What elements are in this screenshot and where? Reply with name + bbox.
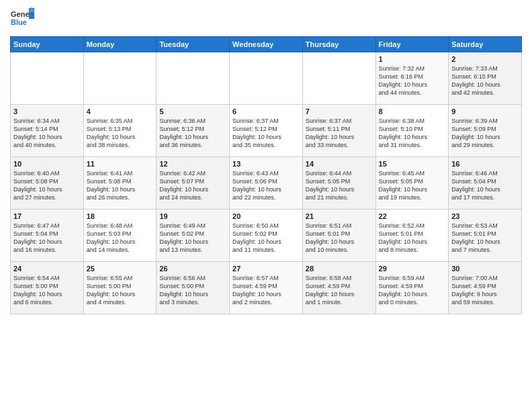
calendar-cell: 5Sunrise: 6:36 AM Sunset: 5:12 PM Daylig…: [157, 105, 230, 157]
day-info: Sunrise: 6:49 AM Sunset: 5:02 PM Dayligh…: [159, 222, 226, 255]
calendar-cell: 20Sunrise: 6:50 AM Sunset: 5:02 PM Dayli…: [230, 210, 303, 262]
calendar-cell: [302, 52, 375, 105]
day-number: 28: [306, 265, 373, 273]
day-number: 6: [232, 107, 300, 116]
day-number: 3: [13, 107, 81, 116]
day-info: Sunrise: 6:40 AM Sunset: 5:08 PM Dayligh…: [13, 169, 81, 202]
day-number: 20: [232, 212, 300, 220]
calendar-cell: 8Sunrise: 6:38 AM Sunset: 5:10 PM Daylig…: [375, 105, 449, 157]
calendar-week-row: 17Sunrise: 6:47 AM Sunset: 5:04 PM Dayli…: [11, 210, 522, 262]
weekday-header: Friday: [375, 37, 449, 52]
weekday-header: Tuesday: [157, 37, 230, 52]
day-number: 8: [379, 107, 446, 116]
day-info: Sunrise: 6:36 AM Sunset: 5:12 PM Dayligh…: [159, 117, 226, 150]
calendar-cell: 9Sunrise: 6:39 AM Sunset: 5:09 PM Daylig…: [449, 105, 522, 157]
calendar-cell: 21Sunrise: 6:51 AM Sunset: 5:01 PM Dayli…: [302, 210, 375, 262]
calendar-cell: 27Sunrise: 6:57 AM Sunset: 4:59 PM Dayli…: [230, 262, 303, 314]
day-number: 7: [306, 107, 373, 116]
calendar-week-row: 3Sunrise: 6:34 AM Sunset: 5:14 PM Daylig…: [11, 105, 522, 157]
day-info: Sunrise: 6:43 AM Sunset: 5:06 PM Dayligh…: [232, 169, 300, 202]
day-number: 21: [306, 212, 373, 220]
svg-text:Blue: Blue: [11, 18, 27, 26]
calendar-cell: 1Sunrise: 7:32 AM Sunset: 6:16 PM Daylig…: [375, 52, 449, 105]
day-info: Sunrise: 6:37 AM Sunset: 5:11 PM Dayligh…: [306, 117, 373, 150]
calendar-header-row: SundayMondayTuesdayWednesdayThursdayFrid…: [11, 37, 522, 52]
calendar-cell: 23Sunrise: 6:53 AM Sunset: 5:01 PM Dayli…: [449, 210, 522, 262]
day-number: 14: [306, 160, 373, 168]
calendar-cell: [83, 52, 157, 105]
day-info: Sunrise: 7:00 AM Sunset: 4:59 PM Dayligh…: [451, 274, 519, 307]
calendar-cell: 26Sunrise: 6:56 AM Sunset: 5:00 PM Dayli…: [157, 262, 230, 314]
header-area: General Blue: [10, 7, 522, 31]
day-info: Sunrise: 6:55 AM Sunset: 5:00 PM Dayligh…: [87, 274, 154, 307]
calendar-cell: 13Sunrise: 6:43 AM Sunset: 5:06 PM Dayli…: [230, 157, 303, 210]
day-number: 27: [232, 265, 300, 273]
calendar-cell: 4Sunrise: 6:35 AM Sunset: 5:13 PM Daylig…: [83, 105, 157, 157]
day-info: Sunrise: 6:50 AM Sunset: 5:02 PM Dayligh…: [232, 222, 300, 255]
day-number: 19: [159, 212, 226, 220]
day-number: 18: [87, 212, 154, 220]
day-info: Sunrise: 6:37 AM Sunset: 5:12 PM Dayligh…: [232, 117, 300, 150]
calendar-cell: 19Sunrise: 6:49 AM Sunset: 5:02 PM Dayli…: [157, 210, 230, 262]
day-info: Sunrise: 7:33 AM Sunset: 6:15 PM Dayligh…: [451, 64, 519, 97]
calendar-week-row: 1Sunrise: 7:32 AM Sunset: 6:16 PM Daylig…: [11, 52, 522, 105]
calendar-cell: [157, 52, 230, 105]
day-info: Sunrise: 6:57 AM Sunset: 4:59 PM Dayligh…: [232, 274, 300, 307]
calendar-cell: 30Sunrise: 7:00 AM Sunset: 4:59 PM Dayli…: [449, 262, 522, 314]
calendar-cell: 2Sunrise: 7:33 AM Sunset: 6:15 PM Daylig…: [449, 52, 522, 105]
calendar-cell: 29Sunrise: 6:59 AM Sunset: 4:59 PM Dayli…: [375, 262, 449, 314]
day-info: Sunrise: 7:32 AM Sunset: 6:16 PM Dayligh…: [379, 64, 446, 97]
day-info: Sunrise: 6:34 AM Sunset: 5:14 PM Dayligh…: [13, 117, 81, 150]
calendar-cell: 7Sunrise: 6:37 AM Sunset: 5:11 PM Daylig…: [302, 105, 375, 157]
calendar-cell: 16Sunrise: 6:46 AM Sunset: 5:04 PM Dayli…: [449, 157, 522, 210]
day-info: Sunrise: 6:35 AM Sunset: 5:13 PM Dayligh…: [87, 117, 154, 150]
day-info: Sunrise: 6:54 AM Sunset: 5:00 PM Dayligh…: [13, 274, 81, 307]
calendar-cell: 17Sunrise: 6:47 AM Sunset: 5:04 PM Dayli…: [11, 210, 84, 262]
day-info: Sunrise: 6:51 AM Sunset: 5:01 PM Dayligh…: [306, 222, 373, 255]
day-number: 2: [451, 55, 519, 63]
calendar-cell: 22Sunrise: 6:52 AM Sunset: 5:01 PM Dayli…: [375, 210, 449, 262]
day-number: 26: [159, 265, 226, 273]
calendar-cell: 6Sunrise: 6:37 AM Sunset: 5:12 PM Daylig…: [230, 105, 303, 157]
day-number: 16: [451, 160, 519, 168]
day-info: Sunrise: 6:45 AM Sunset: 5:05 PM Dayligh…: [379, 169, 446, 202]
day-number: 23: [451, 212, 519, 220]
calendar-cell: 14Sunrise: 6:44 AM Sunset: 5:05 PM Dayli…: [302, 157, 375, 210]
calendar-cell: 25Sunrise: 6:55 AM Sunset: 5:00 PM Dayli…: [83, 262, 157, 314]
day-number: 10: [13, 160, 81, 168]
day-number: 5: [159, 107, 226, 116]
day-info: Sunrise: 6:58 AM Sunset: 4:59 PM Dayligh…: [306, 274, 373, 307]
day-number: 24: [13, 265, 81, 273]
logo-icon: General Blue: [10, 7, 34, 31]
day-number: 30: [451, 265, 519, 273]
main-container: General Blue SundayMondayTuesdayWednesda…: [0, 0, 532, 318]
calendar-cell: [11, 52, 84, 105]
weekday-header: Saturday: [449, 37, 522, 52]
day-info: Sunrise: 6:42 AM Sunset: 5:07 PM Dayligh…: [159, 169, 226, 202]
calendar-cell: 24Sunrise: 6:54 AM Sunset: 5:00 PM Dayli…: [11, 262, 84, 314]
day-info: Sunrise: 6:41 AM Sunset: 5:08 PM Dayligh…: [87, 169, 154, 202]
day-number: 4: [87, 107, 154, 116]
calendar-table: SundayMondayTuesdayWednesdayThursdayFrid…: [10, 36, 522, 314]
day-number: 15: [379, 160, 446, 168]
calendar-cell: [230, 52, 303, 105]
day-number: 11: [87, 160, 154, 168]
day-info: Sunrise: 6:47 AM Sunset: 5:04 PM Dayligh…: [13, 222, 81, 255]
calendar-cell: 11Sunrise: 6:41 AM Sunset: 5:08 PM Dayli…: [83, 157, 157, 210]
calendar-cell: 15Sunrise: 6:45 AM Sunset: 5:05 PM Dayli…: [375, 157, 449, 210]
day-info: Sunrise: 6:39 AM Sunset: 5:09 PM Dayligh…: [451, 117, 519, 150]
logo: General Blue: [10, 7, 34, 31]
calendar-cell: 3Sunrise: 6:34 AM Sunset: 5:14 PM Daylig…: [11, 105, 84, 157]
calendar-cell: 10Sunrise: 6:40 AM Sunset: 5:08 PM Dayli…: [11, 157, 84, 210]
day-number: 12: [159, 160, 226, 168]
calendar-cell: 18Sunrise: 6:48 AM Sunset: 5:03 PM Dayli…: [83, 210, 157, 262]
day-info: Sunrise: 6:48 AM Sunset: 5:03 PM Dayligh…: [87, 222, 154, 255]
weekday-header: Sunday: [11, 37, 84, 52]
day-info: Sunrise: 6:59 AM Sunset: 4:59 PM Dayligh…: [379, 274, 446, 307]
day-number: 22: [379, 212, 446, 220]
day-number: 17: [13, 212, 81, 220]
day-info: Sunrise: 6:56 AM Sunset: 5:00 PM Dayligh…: [159, 274, 226, 307]
day-info: Sunrise: 6:44 AM Sunset: 5:05 PM Dayligh…: [306, 169, 373, 202]
day-number: 25: [87, 265, 154, 273]
calendar-week-row: 24Sunrise: 6:54 AM Sunset: 5:00 PM Dayli…: [11, 262, 522, 314]
